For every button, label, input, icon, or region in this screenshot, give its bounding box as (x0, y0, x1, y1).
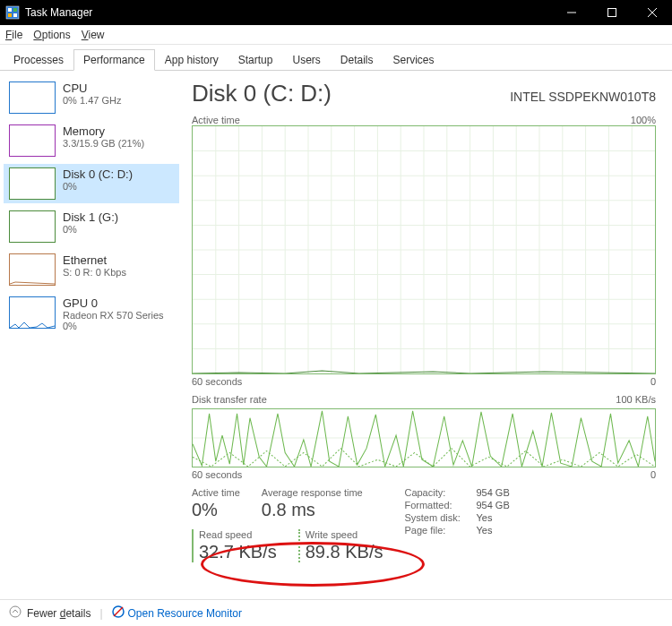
disk-model: INTEL SSDPEKNW010T8 (510, 90, 656, 104)
svg-line-40 (114, 607, 123, 616)
sidebar-item-title: Ethernet (63, 253, 126, 267)
tab-details[interactable]: Details (331, 49, 383, 71)
sidebar: CPU0% 1.47 GHzMemory3.3/15.9 GB (21%)Dis… (0, 71, 183, 597)
svg-point-38 (10, 606, 21, 617)
open-resource-monitor-link[interactable]: Open Resource Monitor (112, 605, 242, 621)
svg-rect-3 (8, 13, 12, 17)
tab-row: ProcessesPerformanceApp historyStartupUs… (0, 45, 672, 71)
active-time-label: Active time (192, 487, 240, 498)
sidebar-item-title: Disk 0 (C: D:) (63, 167, 133, 181)
sidebar-item-disk[interactable]: Disk 1 (G:)0% (4, 207, 179, 246)
sidebar-item-detail: 3.3/15.9 GB (21%) (63, 138, 144, 149)
chart2-max: 100 KB/s (616, 394, 656, 405)
property-row: System disk:Yes (404, 512, 509, 523)
thumbnail-chart (9, 210, 56, 243)
sidebar-item-title: Disk 1 (G:) (63, 210, 118, 224)
sidebar-item-gpu[interactable]: GPU 0Radeon RX 570 Series0% (4, 293, 179, 335)
tab-services[interactable]: Services (383, 49, 444, 71)
menu-iew[interactable]: View (82, 29, 105, 41)
active-time-chart (192, 125, 656, 374)
property-row: Formatted:954 GB (404, 500, 509, 510)
thumbnail-chart (9, 124, 56, 157)
read-speed-label: Read speed (199, 529, 277, 540)
chart1-max: 100% (631, 115, 656, 125)
content: CPU0% 1.47 GHzMemory3.3/15.9 GB (21%)Dis… (0, 71, 672, 597)
svg-rect-1 (8, 8, 12, 12)
menu-ile[interactable]: File (5, 29, 22, 41)
sidebar-item-detail: 0% (63, 224, 118, 235)
sidebar-item-title: GPU 0 (63, 296, 164, 310)
sidebar-item-title: Memory (63, 124, 144, 138)
sidebar-item-detail: Radeon RX 570 Series (63, 310, 164, 321)
resmon-icon (112, 605, 125, 621)
sidebar-item-detail: 0% (63, 181, 133, 192)
chevron-up-icon[interactable] (9, 605, 22, 621)
minimize-button[interactable] (551, 0, 591, 25)
maximize-button[interactable] (591, 0, 632, 25)
menubar: FileOptionsView (0, 25, 672, 45)
sidebar-item-title: CPU (63, 81, 121, 95)
sidebar-item-detail: S: 0 R: 0 Kbps (63, 267, 126, 278)
disk-properties: Capacity:954 GBFormatted:954 GBSystem di… (404, 487, 509, 562)
sidebar-item-ethernet[interactable]: EthernetS: 0 R: 0 Kbps (4, 250, 179, 289)
taskmgr-icon (5, 5, 20, 20)
window-controls (551, 0, 672, 25)
avg-response-label: Average response time (262, 487, 363, 498)
tab-app-history[interactable]: App history (155, 49, 228, 71)
chart1-xleft: 60 seconds (192, 376, 242, 387)
write-speed-label: Write speed (306, 529, 383, 540)
menu-ptions[interactable]: Options (33, 29, 70, 41)
sidebar-item-memory[interactable]: Memory3.3/15.9 GB (21%) (4, 121, 179, 160)
transfer-rate-chart (192, 408, 656, 467)
footer: Fewer details | Open Resource Monitor (0, 599, 672, 626)
svg-rect-2 (13, 8, 17, 12)
sidebar-item-disk[interactable]: Disk 0 (C: D:)0% (4, 164, 179, 203)
thumbnail-chart (9, 81, 56, 114)
tab-processes[interactable]: Processes (4, 49, 73, 71)
thumbnail-chart (9, 167, 56, 200)
fewer-details-link[interactable]: Fewer details (27, 607, 90, 620)
sidebar-item-cpu[interactable]: CPU0% 1.47 GHz (4, 78, 179, 117)
window-title: Task Manager (25, 6, 551, 19)
property-row: Capacity:954 GB (404, 487, 509, 498)
close-button[interactable] (632, 0, 672, 25)
main-panel: Disk 0 (C: D:) INTEL SSDPEKNW010T8 Activ… (183, 71, 672, 597)
active-time-value: 0% (192, 500, 240, 520)
titlebar: Task Manager (0, 0, 672, 25)
svg-rect-4 (13, 13, 17, 17)
read-speed-value: 32.7 KB/s (199, 542, 277, 562)
chart1-label: Active time (192, 115, 240, 125)
avg-response-value: 0.8 ms (262, 500, 363, 520)
tab-users[interactable]: Users (282, 49, 330, 71)
chart2-xleft: 60 seconds (192, 469, 242, 480)
tab-performance[interactable]: Performance (73, 49, 155, 71)
tab-startup[interactable]: Startup (228, 49, 283, 71)
write-speed-value: 89.8 KB/s (306, 542, 383, 562)
chart2-xright: 0 (650, 469, 656, 480)
page-title: Disk 0 (C: D:) (192, 80, 332, 107)
sidebar-item-detail: 0% 1.47 GHz (63, 95, 121, 106)
property-row: Page file:Yes (404, 525, 509, 536)
chart1-xright: 0 (650, 376, 656, 387)
chart2-label: Disk transfer rate (192, 394, 267, 405)
svg-rect-6 (607, 9, 616, 17)
thumbnail-chart (9, 296, 56, 329)
thumbnail-chart (9, 253, 56, 286)
